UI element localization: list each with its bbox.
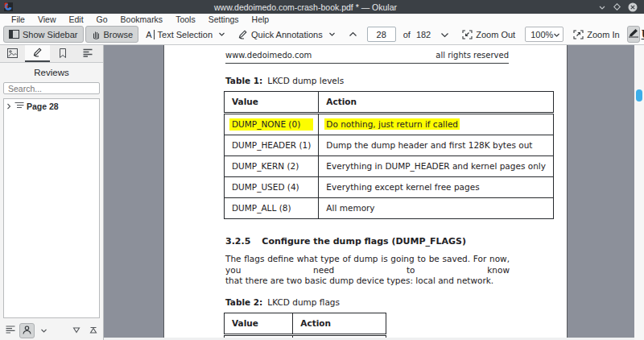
quick-annotations-pen-icon	[237, 30, 248, 39]
contents-icon	[83, 48, 93, 59]
chevron-up-icon	[349, 31, 357, 38]
quick-annotations-button[interactable]: Quick Annotations	[232, 26, 341, 43]
column-header-action: Action	[293, 313, 386, 334]
menu-go[interactable]: Go	[90, 15, 114, 24]
browse-label: Browse	[104, 30, 134, 39]
zoom-out-icon	[462, 30, 473, 39]
table-row: DUMP_HEADER (1) Dump the dump header and…	[225, 135, 554, 156]
collapse-all-button[interactable]	[68, 323, 84, 338]
column-header-value: Value	[225, 92, 319, 114]
tab-thumbnails[interactable]	[0, 45, 25, 62]
scrollbar-thumb[interactable]	[636, 89, 642, 102]
highlighted-action: Do nothing, just return if called	[324, 118, 460, 130]
chevron-down-icon	[553, 30, 560, 39]
table2-caption-label: Table 2:	[225, 297, 262, 307]
sort-by-page-button[interactable]	[2, 323, 18, 338]
expand-all-icon	[89, 325, 97, 335]
window-title: www.dedoimedo.com-crash-book.pdf * — Oku…	[13, 2, 598, 12]
minimize-button[interactable]	[598, 4, 606, 10]
zoom-in-label: Zoom In	[587, 30, 619, 39]
sort-list-icon	[6, 325, 15, 335]
browse-button[interactable]: Browse	[85, 26, 139, 43]
page-view[interactable]: www.dedoimedo.com all rights reserved Ta…	[104, 45, 644, 340]
text-selection-button[interactable]: A Text Selection	[140, 26, 231, 43]
column-header-action: Action	[319, 92, 554, 114]
lkcd-dump-levels-table: Value Action DUMP_NONE (0) Do nothing, j…	[224, 91, 554, 219]
menu-settings[interactable]: Settings	[202, 15, 246, 24]
lkcd-dump-flags-table: Value Action 0x80000000 Local block devi…	[224, 313, 386, 338]
page-number-input[interactable]	[367, 27, 396, 42]
menu-help[interactable]: Help	[246, 15, 276, 24]
page-of-label: of	[400, 30, 414, 39]
tab-reviews[interactable]	[25, 45, 50, 62]
body-paragraph: The flags define what type of dump is go…	[225, 254, 510, 287]
show-sidebar-label: Show Sidebar	[23, 30, 78, 39]
menu-edit[interactable]: Edit	[63, 15, 90, 24]
hand-icon	[91, 30, 101, 39]
filter-dropdown-button[interactable]	[36, 323, 52, 338]
menu-tools[interactable]: Tools	[169, 15, 202, 24]
sidebar-toggle-icon	[9, 30, 19, 39]
table-row: DUMP_USED (4) Everything except kernel f…	[225, 177, 554, 198]
table-header-row: Value Action	[225, 92, 554, 114]
expand-all-button[interactable]	[85, 323, 101, 338]
show-sidebar-button[interactable]: Show Sidebar	[3, 26, 84, 43]
pdf-header-right: all rights reserved	[436, 51, 509, 60]
table-header-row: Value Action	[225, 313, 386, 334]
annotations-pen-icon	[32, 48, 43, 59]
collapse-all-icon	[72, 325, 80, 335]
table1-caption: Table 1:LKCD dump levels	[225, 76, 509, 85]
chevron-down-icon	[218, 31, 225, 37]
titlebar: www.dedoimedo.com-crash-book.pdf * — Oku…	[0, 0, 644, 14]
sidebar-tab-bar	[0, 45, 103, 63]
chevron-down-icon	[440, 31, 449, 38]
section-number: 3.2.5	[225, 236, 250, 247]
underline-tool-button[interactable]: U	[641, 26, 644, 43]
tab-bookmarks[interactable]	[50, 45, 75, 62]
column-header-value: Value	[225, 313, 293, 334]
menu-file[interactable]: File	[5, 15, 31, 24]
annotation-list-icon	[14, 102, 24, 111]
okular-window: www.dedoimedo.com-crash-book.pdf * — Oku…	[0, 0, 644, 340]
group-by-author-button[interactable]	[19, 323, 35, 338]
zoom-out-button[interactable]: Zoom Out	[456, 26, 521, 43]
section-title: Configure the dump flags (DUMP_FLAGS)	[262, 236, 466, 247]
thumbnails-icon	[7, 48, 18, 60]
maximize-button[interactable]	[613, 3, 621, 10]
menu-view[interactable]: View	[31, 15, 63, 24]
highlighter-tool-button[interactable]	[627, 26, 640, 43]
sidebar: Reviews Page 28	[0, 45, 104, 340]
review-tree-item-page-28[interactable]: Page 28	[6, 102, 97, 111]
quick-annotations-label: Quick Annotations	[251, 30, 323, 39]
reviews-search-input[interactable]	[3, 82, 100, 94]
table2-caption: Table 2:LKCD dump flags	[225, 297, 509, 307]
review-tree-item-label: Page 28	[27, 102, 59, 111]
zoom-out-label: Zoom Out	[476, 30, 515, 39]
menu-bookmarks[interactable]: Bookmarks	[114, 15, 170, 24]
table1-caption-label: Table 1:	[225, 76, 262, 85]
zoom-in-button[interactable]: Zoom In	[568, 26, 625, 43]
zoom-level-select[interactable]: 100%	[525, 27, 564, 42]
text-selection-icon: A	[146, 30, 154, 39]
sidebar-panel-title: Reviews	[0, 63, 103, 81]
okular-app-icon	[4, 2, 13, 11]
main-toolbar: Show Sidebar Browse A Text Selection Qui…	[0, 24, 644, 45]
reviews-footer-toolbar	[0, 321, 103, 340]
highlighted-value: DUMP_NONE (0)	[229, 118, 313, 131]
text-selection-label: Text Selection	[158, 30, 213, 39]
table-row: DUMP_KERN (2) Everything in DUMP_HEADER …	[225, 156, 554, 177]
close-button[interactable]	[628, 2, 638, 12]
tab-contents[interactable]	[75, 45, 100, 62]
pdf-header-left: www.dedoimedo.com	[225, 51, 312, 60]
vertical-scrollbar[interactable]	[634, 45, 644, 340]
expander-chevron-icon[interactable]	[6, 102, 12, 111]
bookmark-icon	[59, 48, 67, 60]
table-row: DUMP_NONE (0) Do nothing, just return if…	[225, 114, 554, 135]
pdf-page-header: www.dedoimedo.com all rights reserved	[225, 51, 509, 64]
reviews-list: Page 28	[3, 98, 100, 318]
menubar: File View Edit Go Bookmarks Tools Settin…	[0, 14, 644, 24]
previous-page-button[interactable]	[343, 26, 363, 43]
zoom-in-icon	[573, 30, 584, 39]
zoom-level-value: 100%	[530, 30, 553, 39]
next-page-button[interactable]	[435, 26, 455, 43]
